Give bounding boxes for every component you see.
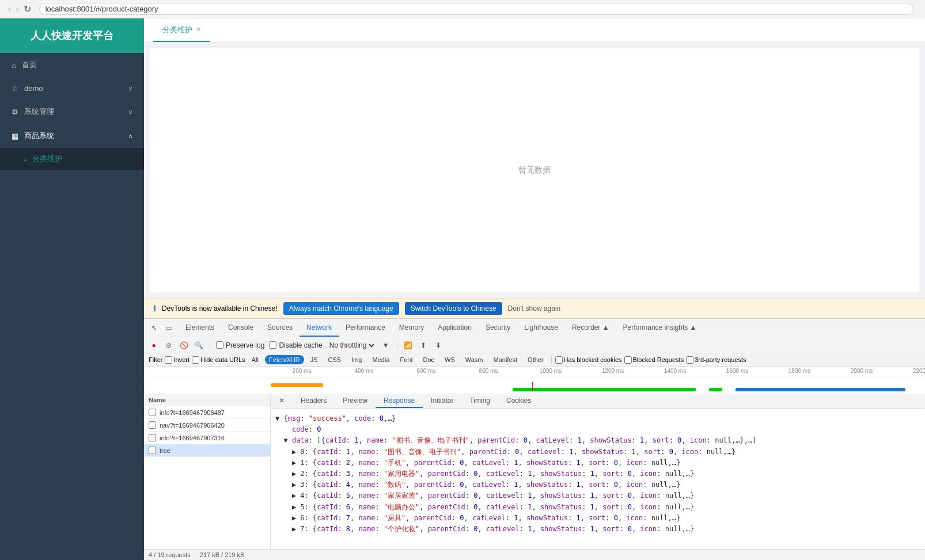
request-item-selected[interactable]: tree xyxy=(144,444,270,457)
chevron-down-icon: ∨ xyxy=(128,85,132,92)
filter-fetch-xhr-button[interactable]: Fetch/XHR xyxy=(265,355,304,364)
request-item[interactable]: info?t=1669467906487 xyxy=(144,406,270,419)
third-party-checkbox[interactable]: 3rd-party requests xyxy=(686,356,746,364)
filter-all-button[interactable]: All xyxy=(248,355,263,364)
sidebar-item-category[interactable]: ≡ 分类维护 xyxy=(0,148,144,170)
stop-record-button[interactable]: ⊘ xyxy=(164,340,174,351)
blocked-requests-checkbox[interactable]: Blocked Requests xyxy=(624,356,684,364)
device-icon[interactable]: ▭ xyxy=(162,322,174,334)
tab-memory[interactable]: Memory xyxy=(392,319,431,337)
resp-tab-close[interactable]: ✕ xyxy=(271,394,293,408)
timeline-bar-green2 xyxy=(709,388,722,391)
sidebar-item-label: 系统管理 xyxy=(24,106,123,117)
tab-perf-insights[interactable]: Performance insights ▲ xyxy=(616,319,704,337)
request-item[interactable]: nav?t=1669467906420 xyxy=(144,419,270,432)
hide-data-urls-checkbox[interactable]: Hide data URLs xyxy=(192,356,245,364)
tab-sources[interactable]: Sources xyxy=(260,319,300,337)
req-checkbox[interactable] xyxy=(149,421,156,429)
tab-category[interactable]: 分类维护 ✕ xyxy=(153,18,210,42)
filter-other-button[interactable]: Other xyxy=(524,355,548,364)
throttling-select[interactable]: No throttling Slow 3G Fast 3G xyxy=(327,341,376,350)
network-conditions-button[interactable]: ▼ xyxy=(381,340,391,351)
request-list-container: Name info?t=1669467906487 nav?t=16694679… xyxy=(144,394,925,549)
sidebar-item-product[interactable]: ▦ 商品系统 ∧ xyxy=(0,124,144,148)
tab-label: 分类维护 xyxy=(162,25,192,35)
tab-performance[interactable]: Performance xyxy=(339,319,392,337)
resp-tab-cookies[interactable]: Cookies xyxy=(498,394,539,408)
clear-button[interactable]: 🚫 xyxy=(179,340,189,351)
tab-application[interactable]: Application xyxy=(431,319,479,337)
app-container: ‹ › ↻ localhost:8001/#/product-category … xyxy=(0,0,925,560)
resp-tab-headers[interactable]: Headers xyxy=(293,394,335,408)
resp-line: ▶ 2: {catId: 3, name: "家用电器", parentCid:… xyxy=(275,468,920,479)
tab-elements[interactable]: Elements xyxy=(179,319,221,337)
request-count: 4 / 19 requests xyxy=(149,551,191,558)
preserve-log-checkbox[interactable]: Preserve log xyxy=(216,341,264,349)
refresh-button[interactable]: ↻ xyxy=(21,1,33,17)
resp-tab-response[interactable]: Response xyxy=(376,394,423,408)
tab-recorder[interactable]: Recorder ▲ xyxy=(565,319,616,337)
request-item[interactable]: info?t=1669467907316 xyxy=(144,432,270,444)
filter-manifest-button[interactable]: Manifest xyxy=(490,355,522,364)
filter-img-button[interactable]: Img xyxy=(347,355,366,364)
tab-lighthouse[interactable]: Lighthouse xyxy=(517,319,565,337)
tick-2200: 2200 ms xyxy=(893,368,925,374)
devtools-notification: ℹ DevTools is now available in Chinese! … xyxy=(144,298,925,318)
resp-tab-timing[interactable]: Timing xyxy=(461,394,498,408)
timeline-bar: 200 ms 400 ms 600 ms 800 ms 1000 ms 1200… xyxy=(144,367,925,394)
devtools-tabs: ↖ ▭ Elements Console Sources Network Per… xyxy=(144,319,925,337)
sidebar-sub-item-label: 分类维护 xyxy=(32,154,62,164)
filter-doc-button[interactable]: Doc xyxy=(419,355,438,364)
tick-200: 200 ms xyxy=(271,368,333,374)
name-column-header: Name xyxy=(149,397,166,403)
req-name: nav?t=1669467906420 xyxy=(160,422,266,429)
invert-checkbox[interactable]: Invert xyxy=(165,356,189,364)
filter-media-button[interactable]: Media xyxy=(368,355,393,364)
req-checkbox[interactable] xyxy=(149,447,156,454)
sidebar-item-demo[interactable]: ☆ demo ∨ xyxy=(0,77,144,100)
url-bar[interactable]: localhost:8001/#/product-category xyxy=(39,3,913,15)
filter-ws-button[interactable]: WS xyxy=(441,355,459,364)
search-button[interactable]: 🔍 xyxy=(194,340,204,351)
req-checkbox[interactable] xyxy=(149,434,156,441)
sidebar-item-system[interactable]: ⚙ 系统管理 ∨ xyxy=(0,100,144,124)
tab-console[interactable]: Console xyxy=(221,319,260,337)
switch-chinese-button[interactable]: Switch DevTools to Chinese xyxy=(405,302,502,315)
tab-security[interactable]: Security xyxy=(479,319,517,337)
resp-tab-preview[interactable]: Preview xyxy=(335,394,376,408)
tick-1800: 1800 ms xyxy=(768,368,831,374)
chevron-down-icon: ∨ xyxy=(128,109,132,115)
separator2 xyxy=(397,341,397,349)
filter-css-button[interactable]: CSS xyxy=(324,355,346,364)
filter-js-button[interactable]: JS xyxy=(306,355,322,364)
match-language-button[interactable]: Always match Chrome's language xyxy=(283,302,399,315)
resp-line: ▼ {msg: "success", code: 0,…} xyxy=(275,413,920,424)
forward-button[interactable]: › xyxy=(13,2,21,17)
gear-icon: ⚙ xyxy=(12,108,18,116)
tab-network[interactable]: Network xyxy=(300,319,339,337)
resp-tab-initiator[interactable]: Initiator xyxy=(423,394,461,408)
disable-cache-checkbox[interactable]: Disable cache xyxy=(269,341,322,349)
import-button[interactable]: ⬆ xyxy=(418,340,429,351)
blocked-cookies-checkbox[interactable]: Has blocked cookies xyxy=(555,356,622,364)
timeline-bar-blue xyxy=(736,388,905,391)
sidebar-item-home[interactable]: ⌂ 首页 xyxy=(0,53,144,77)
export-button[interactable]: ⬇ xyxy=(433,340,443,351)
separator xyxy=(551,356,552,364)
wifi-icon[interactable]: 📶 xyxy=(403,340,414,351)
resp-line: code: 0 xyxy=(275,424,920,435)
back-button[interactable]: ‹ xyxy=(6,2,13,17)
close-icon[interactable]: ✕ xyxy=(196,26,201,33)
devtools-panel: ↖ ▭ Elements Console Sources Network Per… xyxy=(144,318,925,560)
req-checkbox[interactable] xyxy=(149,409,156,416)
star-icon: ☆ xyxy=(12,84,18,93)
filter-wasm-button[interactable]: Wasm xyxy=(461,355,487,364)
separator xyxy=(210,341,210,349)
dont-show-button[interactable]: Don't show again xyxy=(508,304,561,313)
filter-font-button[interactable]: Font xyxy=(396,355,416,364)
sidebar-logo: 人人快速开发平台 xyxy=(0,18,144,53)
grid-icon: ▦ xyxy=(12,132,18,140)
cursor-icon[interactable]: ↖ xyxy=(149,322,160,334)
tick-1000: 1000 ms xyxy=(520,368,582,374)
record-button[interactable]: ● xyxy=(149,340,159,351)
